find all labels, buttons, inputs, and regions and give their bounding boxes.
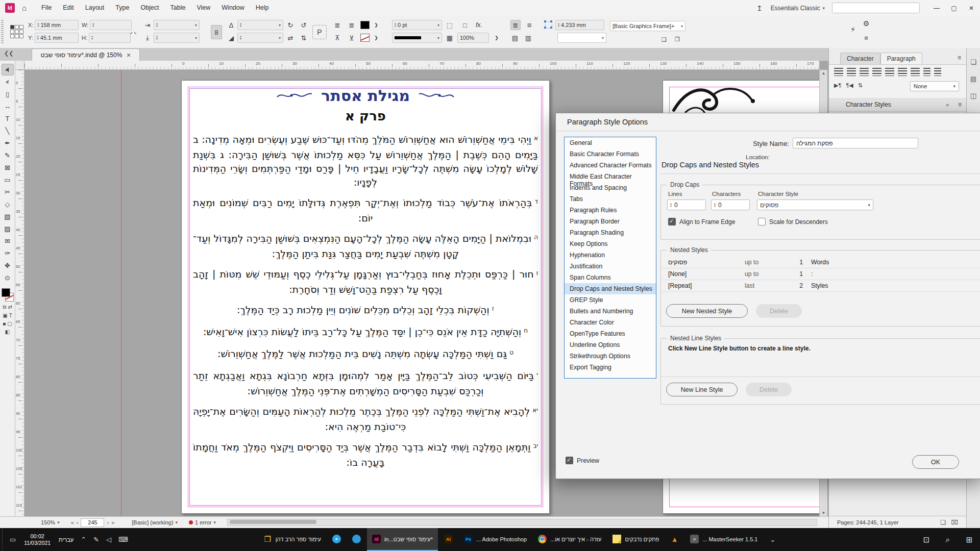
wrap-jump-icon[interactable]: ▥ xyxy=(524,33,533,42)
flip-vertical-icon[interactable]: ⇅ xyxy=(299,33,308,42)
paragraph-direction-icon[interactable]: ⇅ xyxy=(858,82,863,89)
taskbar-clock[interactable]: 00:02 11/03/2021 xyxy=(24,533,51,546)
menu-table[interactable]: Table xyxy=(165,0,191,16)
dialog-nav-justification[interactable]: Justification xyxy=(565,261,656,272)
preflight-errors-dropdown[interactable]: 1 error▾ xyxy=(189,519,216,525)
pages-panel-icon[interactable]: ❏ xyxy=(970,58,976,66)
opacity-expand-icon[interactable]: ❯ xyxy=(492,33,501,42)
scroll-down-icon[interactable]: ▼ xyxy=(820,511,827,515)
x-field[interactable]: ▴▾158 mm xyxy=(35,20,79,30)
monitor-icon[interactable]: ▭ xyxy=(10,536,16,543)
panel-menu-icon[interactable]: ≡ xyxy=(958,101,962,108)
menu-file[interactable]: File xyxy=(36,0,57,16)
dialog-nav-export-tagging[interactable]: Export Tagging xyxy=(565,362,656,373)
scroll-up-icon[interactable]: ▲ xyxy=(820,71,827,76)
new-nested-style-button[interactable]: New Nested Style xyxy=(666,304,748,318)
frame-tool[interactable]: ⊠ xyxy=(2,162,14,173)
align-center-button[interactable] xyxy=(847,68,856,76)
dialog-nav-paragraph-rules[interactable]: Paragraph Rules xyxy=(565,205,656,216)
page-number-field[interactable]: 245 xyxy=(81,518,104,527)
shear-field[interactable]: ▴▾▾ xyxy=(237,20,283,30)
dialog-nav-keep-options[interactable]: Keep Options xyxy=(565,238,656,249)
tab-paragraph[interactable]: Paragraph xyxy=(880,53,922,64)
story-direction-icon[interactable]: P xyxy=(312,25,327,39)
dialog-nav-underline-options[interactable]: Underline Options xyxy=(565,339,656,350)
panel-menu-icon[interactable]: ≡ xyxy=(862,33,871,42)
dialog-nav-indents-and-spacing[interactable]: Indents and Spacing xyxy=(565,182,656,193)
align-towards-spine-button[interactable] xyxy=(923,68,930,76)
menu-type[interactable]: Type xyxy=(110,0,135,16)
taskbar-app-illustrator[interactable]: Ai xyxy=(439,528,458,551)
hand-tool[interactable]: ✥ xyxy=(2,260,14,271)
nested-style-row[interactable]: [Repeat]last2Styles xyxy=(662,280,980,292)
formatting-text-icon[interactable]: T xyxy=(9,313,12,318)
minimize-button[interactable]: — xyxy=(928,1,945,16)
stroke-expand-icon[interactable]: ❯ xyxy=(372,33,381,42)
selection-tool[interactable]: ➤ xyxy=(2,64,14,76)
pencil-tool[interactable]: ✎ xyxy=(2,149,14,161)
document-tab[interactable]: עימוד סופי שבט*.indd @ 150% ✕ xyxy=(32,48,140,61)
wrap-none-icon[interactable]: ≣ xyxy=(510,20,521,30)
h-field[interactable]: ▴▾ xyxy=(89,33,131,43)
rotate-ccw-icon[interactable]: ↺ xyxy=(299,20,308,30)
opacity-field[interactable]: 100% xyxy=(457,33,489,43)
page-tool[interactable]: ▯ xyxy=(2,88,14,100)
fill-stroke-swatches[interactable] xyxy=(2,288,14,302)
screen-mode-icon[interactable]: ◧ xyxy=(5,329,10,335)
quick-apply-icon[interactable]: ⚡ xyxy=(848,25,857,34)
touch-keyboard-icon[interactable]: ⌨ xyxy=(118,536,128,543)
page-244[interactable]: מגילת אסתר פרק א אוַיְהִי בִּימֵי אֲחַשְ… xyxy=(181,80,550,514)
taskbar-app-chrome[interactable]: עזרה - איך יוצרים או... xyxy=(533,528,606,551)
horizontal-scrollbar[interactable] xyxy=(227,519,817,526)
dialog-nav-general[interactable]: General xyxy=(565,137,656,148)
corner-options-icon[interactable]: ⬚ xyxy=(445,20,454,30)
panel-settings-icon[interactable]: ⚙ xyxy=(862,19,871,28)
pen-tool[interactable]: ✒ xyxy=(2,137,14,149)
menu-edit[interactable]: Edit xyxy=(57,0,80,16)
app-search-input[interactable] xyxy=(832,3,920,13)
menu-view[interactable]: View xyxy=(191,0,216,16)
menu-layout[interactable]: Layout xyxy=(80,0,110,16)
dialog-nav-opentype-features[interactable]: OpenType Features xyxy=(565,328,656,339)
zoom-tool[interactable]: ⊙ xyxy=(2,272,14,284)
new-line-style-button[interactable]: New Line Style xyxy=(666,383,738,396)
collapse-tabs-icon[interactable]: ❮❮ xyxy=(4,50,13,57)
dialog-nav-hyphenation[interactable]: Hyphenation xyxy=(565,249,656,261)
dialog-nav-basic-character-formats[interactable]: Basic Character Formats xyxy=(565,148,656,160)
justify-last-left-button[interactable] xyxy=(898,68,907,76)
taskbar-app-sticky-notes[interactable]: פתקים נדבקים xyxy=(607,528,664,551)
effects-icon[interactable]: fx. xyxy=(476,21,482,29)
close-button[interactable]: ✕ xyxy=(963,1,980,16)
scale-for-descenders-checkbox[interactable] xyxy=(758,218,766,226)
indent-left-icon[interactable]: ▶¶ xyxy=(834,82,841,89)
dialog-nav-bullets-and-numbering[interactable]: Bullets and Numbering xyxy=(565,306,656,317)
tray-expand-icon[interactable]: ⌃ xyxy=(81,536,86,543)
nested-style-row[interactable]: [None]up to1: xyxy=(662,268,980,280)
constrain-scale-link-icon[interactable]: 8 xyxy=(211,25,222,39)
swap-swatches-icon[interactable]: ⇄ xyxy=(8,304,12,310)
wrap-bounding-box-icon[interactable]: ⧈ xyxy=(525,20,534,30)
stroke-weight-field[interactable]: ▴▾0 pt▾ xyxy=(392,20,442,30)
workspace-switcher[interactable]: Essentials Classic ▾ xyxy=(771,5,825,12)
default-swatches-icon[interactable]: ⧉ xyxy=(3,304,6,310)
drop-cap-characters-field[interactable]: ▴▾0 xyxy=(711,199,750,210)
panel-menu-icon[interactable]: ≡ xyxy=(958,54,961,61)
new-page-icon[interactable]: ❏ xyxy=(940,519,946,526)
vertical-ruler[interactable]: 0510152025303540455055606570758085909510… xyxy=(15,70,24,516)
drop-cap-style-dropdown[interactable]: פסוקים▾ xyxy=(757,199,873,210)
fill-expand-icon[interactable]: ❯ xyxy=(372,20,381,30)
rotate-cw-icon[interactable]: ↻ xyxy=(286,20,295,30)
home-icon[interactable]: ⌂ xyxy=(22,4,27,12)
taskbar-overflow-icon[interactable]: ⌄ xyxy=(770,536,775,543)
scale-x-field[interactable]: ▴▾▾ xyxy=(154,20,200,30)
menu-help[interactable]: Help xyxy=(250,0,275,16)
dialog-nav-middle-east-character-formats[interactable]: Middle East Character Formats xyxy=(565,171,656,182)
show-desktop-strip[interactable] xyxy=(0,528,3,551)
align-to-frame-edge-checkbox[interactable] xyxy=(668,218,676,226)
search-icon[interactable]: ⌕ xyxy=(937,528,959,551)
apply-none-icon[interactable]: ▢ xyxy=(7,321,12,327)
dialog-nav-paragraph-border[interactable]: Paragraph Border xyxy=(565,216,656,227)
justify-all-button[interactable] xyxy=(911,68,920,76)
paragraph-style-dropdown[interactable]: None ▾ xyxy=(910,81,959,91)
close-tab-icon[interactable]: ✕ xyxy=(126,52,131,59)
